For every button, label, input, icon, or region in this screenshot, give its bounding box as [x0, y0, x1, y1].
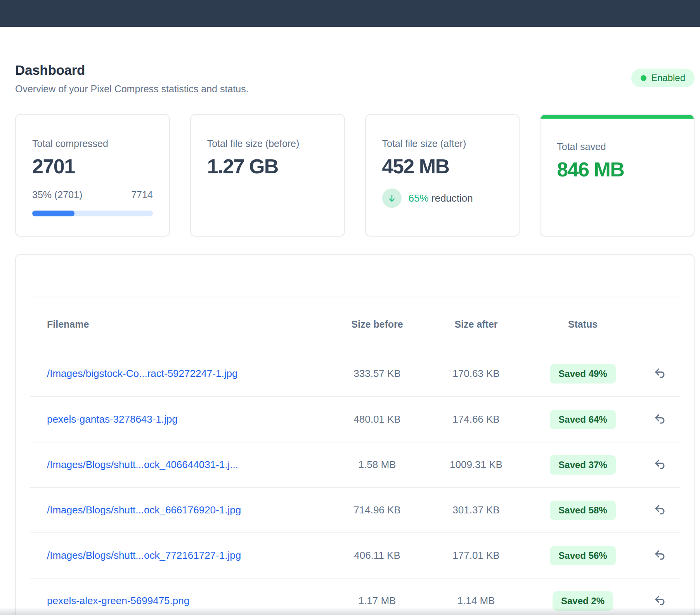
filename-cell: pexels-alex-green-5699475.png — [30, 595, 327, 607]
size-after-cell: 1.14 MB — [428, 595, 525, 607]
size-before-cell: 406.11 KB — [327, 549, 428, 561]
action-cell — [641, 546, 680, 565]
size-after-cell: 177.01 KB — [428, 549, 525, 561]
undo-button[interactable] — [651, 365, 670, 383]
reduction-word: reduction — [431, 192, 473, 204]
filename-cell: pexels-gantas-3278643-1.jpg — [30, 413, 327, 425]
status-cell: Saved 49% — [525, 364, 641, 384]
undo-icon — [653, 422, 667, 428]
undo-icon — [653, 467, 667, 473]
stat-card-value: 1.27 GB — [207, 155, 328, 178]
progress-bar-fill — [32, 211, 75, 216]
size-before-cell: 333.57 KB — [327, 368, 428, 380]
table-row: /Images/bigstock-Co...ract-59272247-1.jp… — [30, 351, 680, 396]
stat-cards: Total compressed 2701 35% (2701) 7714 To… — [15, 114, 695, 237]
saved-badge: Saved 64% — [550, 410, 615, 429]
undo-icon — [653, 513, 667, 518]
size-after-cell: 174.66 KB — [428, 413, 525, 425]
undo-button[interactable] — [651, 501, 670, 520]
size-after-cell: 301.37 KB — [428, 504, 525, 516]
saved-badge: Saved 49% — [550, 364, 615, 384]
column-header-size-after: Size after — [428, 319, 525, 330]
table-body: /Images/bigstock-Co...ract-59272247-1.jp… — [30, 351, 680, 615]
progress-bar — [32, 211, 153, 216]
recent-compressions-card: Filename Size before Size after Status /… — [15, 254, 695, 615]
page-title: Dashboard — [15, 62, 249, 78]
saved-badge: Saved 58% — [550, 501, 615, 520]
compression-progress: 35% (2701) 7714 — [32, 189, 153, 216]
stat-card-size-after: Total file size (after) 452 MB 65% reduc… — [365, 114, 520, 237]
top-navigation-bar — [0, 0, 700, 27]
column-header-filename: Filename — [30, 319, 327, 330]
action-cell — [641, 501, 680, 520]
status-cell: Saved 64% — [525, 410, 641, 429]
filename-cell: /Images/bigstock-Co...ract-59272247-1.jp… — [30, 368, 327, 380]
stat-card-size-before: Total file size (before) 1.27 GB — [190, 114, 345, 237]
green-dot-icon — [641, 75, 646, 81]
size-before-cell: 480.01 KB — [327, 413, 428, 425]
size-before-cell: 714.96 KB — [327, 504, 428, 516]
table-row: pexels-gantas-3278643-1.jpg 480.01 KB 17… — [30, 396, 680, 442]
stat-card-value: 2701 — [32, 155, 153, 178]
saved-badge: Saved 56% — [550, 546, 615, 565]
undo-icon — [653, 558, 667, 564]
page-subtitle: Overview of your Pixel Compress statisti… — [15, 83, 249, 95]
size-before-cell: 1.17 MB — [327, 595, 428, 607]
status-cell: Saved 37% — [525, 455, 641, 475]
status-badge: Enabled — [631, 69, 695, 87]
table-row: /Images/Blogs/shutt...ock_772161727-1.jp… — [30, 532, 680, 578]
table-row: /Images/Blogs/shutt...ock_406644031-1.j.… — [30, 442, 680, 487]
status-cell: Saved 58% — [525, 501, 641, 520]
filename-link[interactable]: /Images/Blogs/shutt...ock_666176920-1.jp… — [47, 504, 241, 516]
action-cell — [641, 456, 680, 474]
table-toolbar — [30, 255, 680, 297]
bottom-edge-shadow — [0, 607, 700, 615]
undo-icon — [653, 376, 667, 382]
table-row: /Images/Blogs/shutt...ock_666176920-1.jp… — [30, 487, 680, 532]
filename-cell: /Images/Blogs/shutt...ock_406644031-1.j.… — [30, 459, 327, 471]
reduction-percent: 65% — [409, 192, 429, 204]
stat-card-label: Total compressed — [32, 138, 153, 149]
progress-right-label: 7714 — [131, 189, 153, 200]
filename-link[interactable]: /Images/Blogs/shutt...ock_406644031-1.j.… — [47, 459, 238, 470]
column-header-status: Status — [525, 319, 641, 330]
stat-card-label: Total saved — [557, 141, 677, 152]
page-header: Dashboard Overview of your Pixel Compres… — [15, 62, 695, 95]
saved-badge: Saved 37% — [550, 455, 615, 475]
action-cell — [641, 410, 680, 429]
table-header-row: Filename Size before Size after Status — [30, 297, 680, 351]
filename-cell: /Images/Blogs/shutt...ock_666176920-1.jp… — [30, 504, 327, 516]
undo-button[interactable] — [651, 456, 670, 474]
stat-card-value: 846 MB — [557, 158, 677, 181]
undo-button[interactable] — [651, 410, 670, 429]
size-before-cell: 1.58 MB — [327, 459, 428, 471]
stat-card-value: 452 MB — [382, 155, 503, 178]
stat-card-total-compressed: Total compressed 2701 35% (2701) 7714 — [15, 114, 170, 237]
main-content: Dashboard Overview of your Pixel Compres… — [0, 62, 700, 615]
filename-link[interactable]: pexels-gantas-3278643-1.jpg — [47, 413, 178, 425]
stat-card-label: Total file size (after) — [382, 138, 503, 149]
filename-cell: /Images/Blogs/shutt...ock_772161727-1.jp… — [30, 549, 327, 561]
arrow-down-icon — [382, 188, 402, 208]
action-cell — [641, 365, 680, 383]
size-after-cell: 170.63 KB — [428, 368, 525, 380]
progress-left-label: 35% (2701) — [32, 189, 82, 200]
status-cell: Saved 56% — [525, 546, 641, 565]
status-badge-label: Enabled — [651, 73, 685, 83]
filename-link[interactable]: /Images/Blogs/shutt...ock_772161727-1.jp… — [47, 549, 241, 561]
reduction-indicator: 65% reduction — [382, 188, 473, 208]
undo-button[interactable] — [651, 546, 670, 565]
stat-card-label: Total file size (before) — [207, 138, 328, 149]
page-header-text: Dashboard Overview of your Pixel Compres… — [15, 62, 249, 95]
column-header-size-before: Size before — [327, 319, 428, 330]
filename-link[interactable]: pexels-alex-green-5699475.png — [47, 595, 189, 606]
filename-link[interactable]: /Images/bigstock-Co...ract-59272247-1.jp… — [47, 368, 237, 379]
stat-card-total-saved: Total saved 846 MB — [540, 114, 695, 237]
size-after-cell: 1009.31 KB — [428, 459, 525, 471]
